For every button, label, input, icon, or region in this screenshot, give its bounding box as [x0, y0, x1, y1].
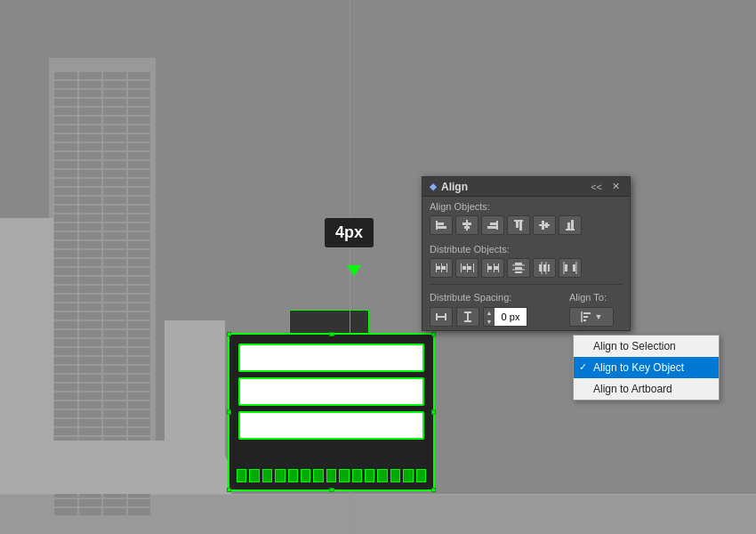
- distribute-other-button[interactable]: [559, 258, 582, 278]
- dropdown-item-align-to-key-object[interactable]: ✓ Align to Key Object: [574, 357, 719, 378]
- dropdown-item-align-to-artboard[interactable]: Align to Artboard: [574, 378, 719, 400]
- panel-close-button[interactable]: ✕: [609, 180, 623, 193]
- svg-rect-22: [441, 263, 442, 272]
- svg-rect-20: [571, 220, 574, 229]
- spacing-decrement-button[interactable]: ▼: [484, 317, 495, 326]
- svg-rect-54: [464, 320, 471, 322]
- canvas-area: 4px: [0, 0, 756, 534]
- parking-floor-3: [238, 411, 424, 440]
- svg-rect-29: [467, 263, 468, 272]
- svg-rect-46: [565, 264, 567, 271]
- panel-title-text: Align: [441, 181, 468, 193]
- align-to-dropdown-button[interactable]: ▼: [569, 307, 614, 327]
- svg-rect-34: [488, 266, 492, 270]
- svg-rect-14: [519, 222, 522, 231]
- parking-floor-2: [238, 377, 424, 406]
- parking-floor-1: [238, 344, 424, 372]
- selected-parking-structure[interactable]: [228, 333, 435, 491]
- parking-notch: [249, 469, 259, 482]
- align-vertical-centers-button[interactable]: [533, 215, 556, 235]
- distribute-objects-label: Distribute Objects:: [422, 239, 630, 256]
- selection-handle-ml: [227, 410, 231, 415]
- parking-notch: [262, 469, 272, 482]
- distribute-h-space-button[interactable]: [533, 258, 556, 278]
- bottom-controls-area: Distribute Spacing: ▲ ▼: [422, 287, 630, 330]
- align-to-button-container: ▼: [569, 307, 623, 327]
- align-to-label: Align To:: [569, 290, 623, 304]
- parking-notch: [377, 469, 387, 482]
- distribute-v-space-button[interactable]: [507, 258, 530, 278]
- svg-rect-11: [487, 226, 496, 229]
- spacing-controls: ▲ ▼: [430, 307, 569, 327]
- tooltip-label: 4px: [325, 218, 374, 247]
- tooltip-arrow: [347, 263, 361, 274]
- svg-rect-50: [436, 313, 438, 320]
- svg-rect-24: [437, 266, 440, 270]
- parking-notch: [313, 469, 323, 482]
- selection-handle-bm: [329, 488, 334, 492]
- svg-rect-9: [496, 221, 498, 230]
- panel-header: ◆ Align << ✕: [422, 177, 630, 197]
- align-left-edges-button[interactable]: [430, 215, 453, 235]
- svg-rect-23: [446, 263, 447, 272]
- svg-rect-32: [494, 263, 495, 272]
- align-horizontal-centers-button[interactable]: [455, 215, 479, 235]
- distribute-right-button[interactable]: [481, 258, 504, 278]
- svg-rect-8: [464, 226, 470, 229]
- svg-rect-17: [545, 222, 548, 228]
- svg-rect-43: [548, 264, 550, 271]
- parking-notch: [237, 469, 246, 482]
- svg-rect-4: [438, 222, 444, 225]
- distribute-spacing-h-button[interactable]: [430, 307, 453, 327]
- parking-notch: [288, 469, 298, 482]
- align-to-dropdown-menu: Align to Selection ✓ Align to Key Object…: [573, 335, 720, 400]
- parking-roof: [289, 310, 369, 335]
- selection-handle-tr: [431, 332, 436, 336]
- svg-rect-12: [514, 220, 523, 222]
- svg-rect-19: [567, 222, 570, 229]
- align-top-edges-button[interactable]: [507, 215, 530, 235]
- parking-bottom-row: [237, 466, 426, 484]
- selection-handle-bl: [227, 488, 231, 492]
- spacing-increment-button[interactable]: ▲: [484, 308, 495, 317]
- svg-rect-57: [583, 316, 588, 318]
- svg-rect-7: [462, 222, 471, 225]
- align-panel: ◆ Align << ✕ Align Objects:: [422, 176, 631, 331]
- parking-notch: [301, 469, 310, 482]
- svg-rect-21: [436, 263, 437, 272]
- spacing-input-field[interactable]: [495, 308, 527, 326]
- svg-rect-31: [487, 263, 488, 272]
- align-right-edges-button[interactable]: [481, 215, 504, 235]
- city-background: 4px: [0, 0, 756, 534]
- checkmark-key-object: ✓: [579, 361, 587, 373]
- parking-notch: [365, 469, 374, 482]
- svg-rect-26: [462, 266, 466, 270]
- svg-rect-16: [542, 221, 544, 230]
- distribute-spacing-section: Distribute Spacing: ▲ ▼: [430, 290, 569, 327]
- align-objects-label: Align Objects:: [422, 197, 630, 214]
- align-bottom-edges-button[interactable]: [559, 215, 582, 235]
- svg-rect-47: [573, 264, 575, 271]
- svg-rect-35: [495, 266, 498, 270]
- distribute-left-button[interactable]: [430, 258, 453, 278]
- svg-rect-3: [436, 221, 438, 230]
- svg-rect-18: [566, 229, 575, 231]
- distribute-h-centers-button[interactable]: [455, 258, 479, 278]
- svg-rect-51: [445, 313, 446, 320]
- parking-notch: [352, 469, 362, 482]
- svg-rect-25: [442, 266, 446, 270]
- selection-handle-tm: [329, 332, 334, 336]
- spacing-input-group: ▲ ▼: [483, 307, 527, 327]
- panel-title-area: ◆ Align: [430, 181, 468, 193]
- panel-collapse-button[interactable]: <<: [588, 181, 605, 193]
- selection-handle-mr: [431, 410, 436, 415]
- svg-rect-38: [515, 271, 522, 273]
- parking-notch: [275, 469, 285, 482]
- distribute-spacing-v-button[interactable]: [456, 307, 479, 327]
- align-objects-buttons: [422, 214, 630, 239]
- panel-controls: << ✕: [588, 180, 623, 193]
- svg-rect-10: [490, 222, 496, 225]
- spacing-stepper[interactable]: ▲ ▼: [484, 308, 495, 326]
- svg-rect-58: [583, 320, 586, 321]
- dropdown-item-align-to-selection[interactable]: Align to Selection: [574, 336, 719, 357]
